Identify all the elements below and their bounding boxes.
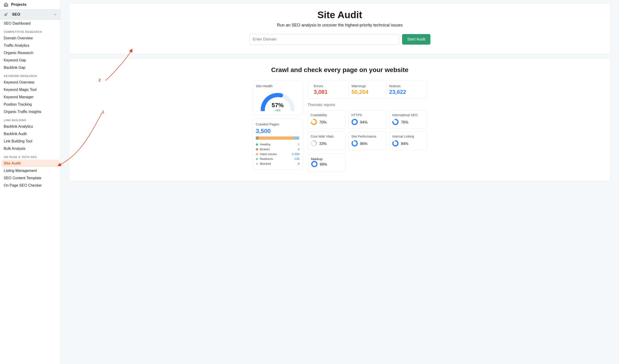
donut-icon (311, 119, 317, 126)
start-audit-button[interactable]: Start Audit (402, 34, 430, 45)
legend-dot-icon (256, 158, 258, 160)
legend-dot-icon (256, 163, 258, 165)
crawl-card: Crawl and check every page on your websi… (69, 58, 611, 181)
thematic-report-label: Internal Linking (392, 135, 424, 138)
target-icon (4, 12, 8, 17)
warnings-label: Warnings (352, 84, 383, 88)
crawled-pages-box[interactable]: Crawled Pages 3,500 Healthy1Broken4Have … (253, 119, 303, 170)
donut-icon (392, 140, 399, 147)
sidebar-item-listing-management[interactable]: Listing Management (0, 167, 60, 175)
crawled-pages-total: 3,500 (256, 127, 300, 135)
thematic-report-label: Core Web Vitals (311, 135, 343, 138)
thematic-report-pct: 84% (401, 142, 408, 146)
legend-label: Healthy (260, 143, 296, 146)
thematic-report-label: HTTPS (352, 113, 383, 117)
sidebar-item-traffic-analytics[interactable]: Traffic Analytics (0, 42, 60, 49)
legend-label: Redirects (260, 157, 293, 161)
svg-point-1 (5, 14, 6, 15)
legend-dot-icon (256, 153, 258, 155)
sidebar-item-backlink-analytics[interactable]: Backlink Analytics (0, 123, 60, 130)
sidebar-item-backlink-audit[interactable]: Backlink Audit (0, 130, 60, 138)
sidebar-item-keyword-gap[interactable]: Keyword Gap (0, 57, 60, 64)
sidebar-item-link-building-tool[interactable]: Link Building Tool (0, 138, 60, 145)
donut-icon (352, 119, 358, 126)
warnings-value: 50,204 (352, 89, 383, 95)
legend-row[interactable]: Broken4 (256, 147, 300, 152)
legend-value: 6 (298, 162, 300, 165)
domain-input[interactable] (249, 34, 399, 45)
thematic-report-label: Crawlability (311, 113, 343, 117)
sidebar-item-organic-research[interactable]: Organic Research (0, 49, 60, 57)
sidebar-item-keyword-manager[interactable]: Keyword Manager (0, 94, 60, 101)
legend-value: 1 (298, 143, 300, 146)
site-health-pct: 57% (258, 102, 297, 109)
notices-label: Notices (389, 84, 421, 88)
sidebar-group-onpage: ON PAGE & TECH SEO (0, 152, 60, 160)
home-icon (4, 2, 8, 7)
donut-icon (311, 140, 317, 147)
thematic-report-pct: 94% (360, 120, 367, 124)
legend-row[interactable]: Have issues3,359 (256, 152, 300, 156)
thematic-report-tile[interactable]: International SEO 76% (389, 110, 427, 129)
thematic-reports-label: Thematic reports (308, 103, 427, 107)
sidebar-item-domain-overview[interactable]: Domain Overview (0, 35, 60, 42)
thematic-report-tile[interactable]: Markup 99% (308, 153, 346, 171)
errors-label: Errors (314, 84, 346, 88)
sidebar-projects[interactable]: Projects (0, 0, 60, 9)
legend-label: Have issues (260, 152, 290, 156)
sidebar-group-competitive: COMPETITIVE RESEARCH (0, 27, 60, 35)
donut-icon (352, 140, 358, 147)
sidebar: Projects SEO SEO Dashboard COMPETITIVE R… (0, 0, 61, 364)
thematic-report-tile[interactable]: Internal Linking 84% (389, 132, 427, 150)
thematic-report-label: Site Performance (352, 135, 383, 138)
hero-card: Site Audit Run an SEO analysis to uncove… (69, 3, 611, 54)
thematic-report-pct: 70% (319, 120, 327, 124)
svg-point-13 (393, 141, 398, 146)
legend-row[interactable]: Blocked6 (256, 161, 300, 166)
sidebar-item-onpage-seo-checker[interactable]: On Page SEO Checker (0, 182, 60, 189)
sidebar-item-organic-traffic-insights[interactable]: Organic Traffic Insights (0, 108, 60, 116)
legend-dot-icon (256, 148, 258, 150)
legend-row[interactable]: Healthy1 (256, 142, 300, 147)
site-health-label: Site Health (256, 84, 300, 88)
site-health-gauge: 57% +4% (258, 89, 297, 111)
site-health-box[interactable]: Site Health 57% +4% (253, 81, 303, 115)
chevron-down-icon (54, 13, 57, 16)
page-subtitle: Run an SEO analysis to uncover the highe… (77, 23, 602, 27)
legend-row[interactable]: Redirects130 (256, 156, 300, 161)
sidebar-item-keyword-magic-tool[interactable]: Keyword Magic Tool (0, 86, 60, 94)
thematic-report-pct: 33% (319, 142, 327, 146)
donut-icon (311, 161, 318, 168)
sidebar-seo-toggle[interactable]: SEO (0, 9, 60, 20)
svg-point-15 (312, 162, 317, 167)
svg-point-11 (352, 141, 357, 146)
thematic-report-tile[interactable]: Core Web Vitals 33% (308, 132, 346, 150)
donut-icon (392, 119, 399, 126)
legend-dot-icon (256, 143, 258, 146)
crawled-pages-bar (256, 136, 300, 140)
main-content: 1 2 Site Audit Run an SEO analysis to un… (61, 0, 619, 364)
svg-point-5 (352, 120, 357, 124)
thematic-report-tile[interactable]: Site Performance 86% (348, 132, 386, 150)
sidebar-item-bulk-analysis[interactable]: Bulk Analysis (0, 145, 60, 152)
crawl-section-title: Crawl and check every page on your websi… (77, 66, 602, 74)
thematic-report-tile[interactable]: Crawlability 70% (308, 110, 346, 129)
sidebar-item-keyword-overview[interactable]: Keyword Overview (0, 79, 60, 86)
sidebar-group-keyword: KEYWORD RESEARCH (0, 71, 60, 79)
legend-label: Broken (260, 148, 296, 151)
seo-label: SEO (12, 12, 20, 17)
sidebar-item-seo-dashboard[interactable]: SEO Dashboard (0, 20, 60, 27)
sidebar-item-site-audit[interactable]: Site Audit (1, 160, 59, 167)
thematic-report-pct: 86% (360, 142, 367, 146)
issue-counts-box[interactable]: Errors 3,081 Warnings 50,204 Notices 23,… (308, 81, 427, 99)
site-health-delta: +4% (258, 109, 297, 112)
errors-value: 3,081 (314, 89, 346, 95)
sidebar-item-position-tracking[interactable]: Position Tracking (0, 101, 60, 108)
thematic-report-tile[interactable]: HTTPS 94% (348, 110, 386, 129)
sidebar-item-seo-content-template[interactable]: SEO Content Template (0, 175, 60, 182)
legend-value: 3,359 (292, 152, 300, 156)
projects-label: Projects (11, 2, 27, 7)
sidebar-item-backlink-gap[interactable]: Backlink Gap (0, 64, 60, 71)
notices-value: 23,622 (389, 89, 421, 95)
page-title: Site Audit (77, 9, 602, 20)
